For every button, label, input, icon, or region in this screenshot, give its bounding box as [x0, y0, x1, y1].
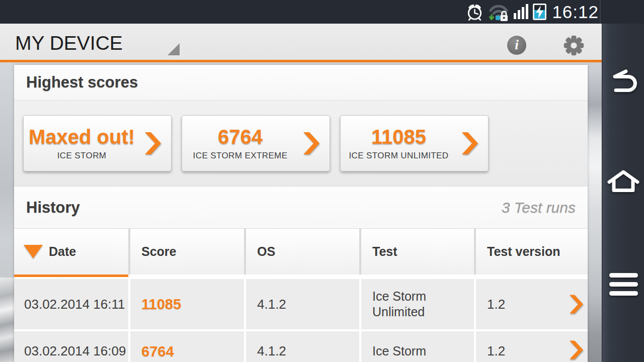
benchmark-app: MY DEVICE i Highest scores Maxed out! IC… — [0, 24, 602, 362]
score-card-ice-storm-extreme[interactable]: 6764 ICE STORM EXTREME — [182, 115, 330, 171]
statusbar-divider — [600, 0, 601, 24]
sorted-column-indicator — [14, 275, 588, 279]
table-row[interactable]: 03.02.2014 16:11 11085 4.1.2 Ice Storm U… — [14, 279, 588, 329]
scroll-content: Highest scores Maxed out! ICE STORM 6764… — [14, 65, 588, 362]
back-button[interactable] — [602, 68, 644, 94]
history-table-body: 03.02.2014 16:11 11085 4.1.2 Ice Storm U… — [14, 279, 588, 362]
card-test-name: ICE STORM EXTREME — [193, 151, 288, 161]
history-table-header: Date Score OS Test Test version — [14, 229, 588, 275]
column-header-test-version[interactable]: Test version — [476, 229, 588, 275]
score-card-ice-storm[interactable]: Maxed out! ICE STORM — [23, 115, 172, 171]
cell-score: 11085 — [130, 279, 244, 329]
chevron-right-icon[interactable] — [570, 339, 583, 360]
cell-score: 6764 — [130, 331, 244, 362]
settings-gear-button[interactable] — [562, 34, 585, 57]
status-bar: 16:12 — [0, 0, 644, 24]
alarm-clock-icon — [466, 3, 484, 21]
card-test-name: ICE STORM — [57, 151, 107, 161]
column-header-score[interactable]: Score — [130, 229, 244, 275]
device-selector[interactable]: MY DEVICE — [15, 24, 123, 62]
column-header-os[interactable]: OS — [246, 229, 359, 275]
back-icon — [608, 68, 639, 94]
history-title: History — [26, 199, 80, 217]
cell-test-version: 1.2 — [476, 279, 588, 329]
dropdown-triangle-icon[interactable] — [168, 43, 180, 55]
cell-test-version: 1.2 — [476, 331, 588, 362]
android-nav-bar — [602, 24, 644, 362]
wifi-secured-icon — [488, 2, 509, 22]
battery-charging-icon — [533, 4, 546, 20]
chevron-right-icon — [303, 131, 319, 156]
score-cards-band: Maxed out! ICE STORM 6764 ICE STORM EXTR… — [14, 101, 588, 187]
score-card-ice-storm-unlimited[interactable]: 11085 ICE STORM UNLIMITED — [340, 115, 489, 171]
cell-date: 03.02.2014 16:11 — [14, 279, 128, 329]
menu-icon — [609, 273, 638, 300]
cell-test: Ice Storm Unlimited — [361, 279, 474, 329]
chevron-right-icon — [145, 131, 161, 156]
card-score: 6764 — [218, 126, 263, 148]
table-row[interactable]: 03.02.2014 16:09 6764 4.1.2 Ice Storm Ex… — [14, 331, 588, 362]
card-test-name: ICE STORM UNLIMITED — [349, 151, 448, 161]
chevron-right-icon[interactable] — [570, 294, 583, 315]
card-score: 11085 — [371, 126, 426, 148]
cell-test: Ice Storm Extreme — [361, 331, 474, 362]
cell-os: 4.1.2 — [246, 331, 359, 362]
highest-scores-section: Highest scores — [14, 65, 588, 101]
menu-button[interactable] — [602, 273, 644, 300]
clock-time: 16:12 — [551, 2, 599, 22]
app-header: MY DEVICE i — [0, 24, 602, 62]
chevron-right-icon — [462, 131, 478, 156]
cell-date: 03.02.2014 16:09 — [14, 331, 128, 362]
highest-scores-title: Highest scores — [26, 73, 138, 92]
history-section-header: History 3 Test runs — [14, 187, 588, 229]
card-score: Maxed out! — [29, 126, 135, 148]
test-runs-count: 3 Test runs — [502, 199, 576, 216]
column-header-date[interactable]: Date — [14, 229, 128, 275]
info-button[interactable]: i — [507, 36, 526, 55]
home-icon — [607, 169, 640, 194]
sort-desc-icon — [24, 245, 43, 258]
home-button[interactable] — [602, 169, 644, 194]
signal-strength-icon — [514, 4, 528, 21]
cell-os: 4.1.2 — [246, 279, 359, 329]
column-header-test[interactable]: Test — [361, 229, 474, 275]
